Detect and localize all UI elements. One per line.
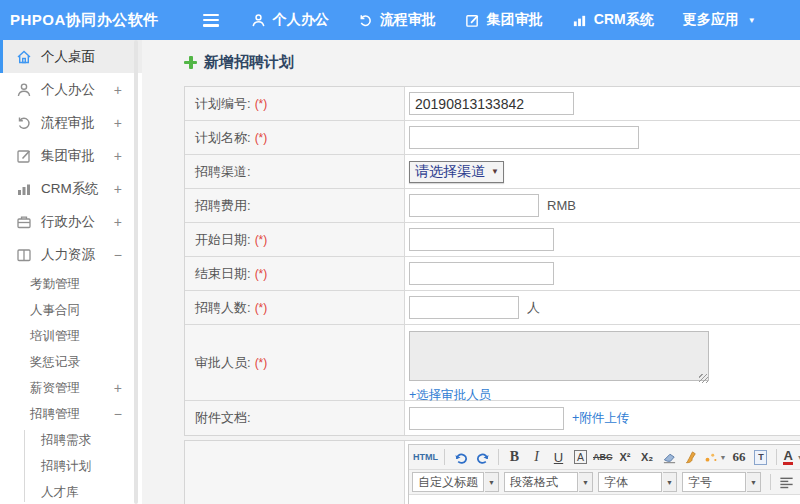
sidebar-item-label: 培训管理 (30, 328, 80, 345)
recruit-cost-input[interactable] (409, 194, 539, 217)
nav-label: CRM系统 (594, 11, 654, 29)
toolbar-separator (498, 449, 499, 465)
sidebar-item-admin-office[interactable]: 行政办公 + (0, 205, 142, 238)
redo-button[interactable] (472, 447, 493, 468)
toolbar-separator (770, 474, 771, 490)
attachment-input[interactable] (409, 407, 564, 430)
editor-label-cell (185, 441, 405, 504)
form-row-approvers: 审批人员: (*) +选择审批人员 (185, 325, 800, 401)
recruitment-plan-form: 计划编号: (*) 计划名称: (*) 招聘渠道: 请选择渠道 (184, 86, 800, 436)
subscript-button[interactable]: X₂ (637, 447, 658, 468)
strikethrough-button[interactable]: ABC (592, 447, 614, 468)
italic-button[interactable]: I (526, 447, 547, 468)
required-marker: (*) (255, 97, 268, 111)
expand-icon[interactable]: + (114, 115, 122, 131)
nav-crm-system[interactable]: CRM系统 (572, 11, 654, 29)
format-brush-icon[interactable] (681, 447, 702, 468)
sidebar-item-salary[interactable]: 薪资管理 + (0, 375, 142, 401)
font-size-dropdown[interactable]: 字号 (682, 472, 746, 492)
toolbar-separator (444, 449, 445, 465)
expand-icon[interactable]: + (114, 380, 122, 396)
field-label: 招聘人数: (195, 299, 251, 317)
caret-down-icon[interactable]: ▼ (579, 472, 593, 492)
expand-icon[interactable]: + (114, 181, 122, 197)
nav-group-approval[interactable]: 集团审批 (465, 11, 543, 29)
menu-toggle-icon[interactable] (203, 14, 221, 27)
collapse-icon[interactable]: − (114, 406, 122, 422)
expand-icon[interactable]: + (114, 148, 122, 164)
nav-more-apps[interactable]: 更多应用 ▼ (683, 11, 756, 29)
caret-down-icon[interactable]: ▼ (663, 472, 677, 492)
edit-square-icon (465, 13, 480, 28)
attachment-upload-link[interactable]: +附件上传 (572, 410, 629, 427)
expand-icon[interactable]: + (114, 82, 122, 98)
caret-down-icon: ▼ (491, 167, 499, 176)
sidebar-item-crm[interactable]: CRM系统 + (0, 172, 142, 205)
book-icon (16, 247, 32, 263)
form-row-channel: 招聘渠道: 请选择渠道 ▼ (185, 155, 800, 189)
paragraph-format-dropdown[interactable]: 段落格式 (504, 472, 578, 492)
editor-toolbar-row-1: HTML B I U A ABC X² X₂ ▼ 66 T (409, 445, 800, 470)
editor-content-area[interactable] (409, 495, 800, 504)
channel-select[interactable]: 请选择渠道 ▼ (409, 161, 504, 183)
field-label: 结束日期: (195, 265, 251, 283)
form-row-attachment: 附件文档: +附件上传 (185, 401, 800, 435)
bar-chart-icon (572, 13, 587, 28)
end-date-input[interactable] (409, 262, 554, 285)
sidebar-item-group-approval[interactable]: 集团审批 + (0, 139, 142, 172)
sidebar-item-recruitment[interactable]: 招聘管理 − (0, 401, 142, 427)
plan-name-input[interactable] (409, 126, 639, 149)
custom-title-dropdown[interactable]: 自定义标题 (412, 472, 484, 492)
approvers-textarea[interactable] (409, 331, 709, 381)
resize-grip[interactable] (699, 374, 708, 383)
start-date-input[interactable] (409, 228, 554, 251)
sidebar-item-personal-office[interactable]: 个人办公 + (0, 73, 142, 106)
sidebar-scrollbar[interactable] (134, 40, 138, 504)
sidebar-item-reward-punishment[interactable]: 奖惩记录 (0, 349, 142, 375)
blockquote-button[interactable]: 66 (728, 447, 749, 468)
undo-button[interactable] (450, 447, 471, 468)
sidebar-item-recruit-demand[interactable]: 招聘需求 (0, 427, 142, 453)
paste-button[interactable]: T (750, 447, 771, 468)
main-content: 新增招聘计划 计划编号: (*) 计划名称: (*) 招聘渠道: (142, 40, 800, 504)
briefcase-icon (16, 214, 32, 230)
html-source-button[interactable]: HTML (412, 447, 439, 468)
bar-chart-icon (16, 181, 32, 197)
sidebar-item-label: 招聘需求 (41, 432, 91, 449)
nav-personal-office[interactable]: 个人办公 (251, 11, 329, 29)
nav-workflow-approval[interactable]: 流程审批 (358, 11, 436, 29)
char-border-button[interactable]: A (570, 447, 591, 468)
eraser-icon[interactable] (659, 447, 680, 468)
sidebar-item-hr-contract[interactable]: 人事合同 (0, 297, 142, 323)
user-icon (251, 13, 266, 28)
align-left-button[interactable] (776, 472, 797, 493)
underline-button[interactable]: U (548, 447, 569, 468)
font-color-button[interactable]: A▼ (782, 447, 800, 468)
app-logo[interactable]: PHPOA协同办公软件 (10, 11, 159, 30)
sidebar-item-training[interactable]: 培训管理 (0, 323, 142, 349)
sidebar-item-attendance[interactable]: 考勤管理 (0, 271, 142, 297)
bold-button[interactable]: B (504, 447, 525, 468)
form-row-headcount: 招聘人数: (*) 人 (185, 291, 800, 325)
sidebar-item-workflow-approval[interactable]: 流程审批 + (0, 106, 142, 139)
required-marker: (*) (255, 131, 268, 145)
headcount-input[interactable] (409, 296, 519, 319)
sidebar-item-label: 人才库 (41, 484, 79, 501)
sidebar-item-recruit-plan[interactable]: 招聘计划 (0, 453, 142, 479)
form-row-cost: 招聘费用: RMB (185, 189, 800, 223)
font-family-dropdown[interactable]: 字体 (598, 472, 662, 492)
expand-icon[interactable]: + (114, 214, 122, 230)
sidebar-item-desktop[interactable]: 个人桌面 (0, 40, 142, 73)
field-label: 计划编号: (195, 95, 251, 113)
sidebar-item-hr[interactable]: 人力资源 − (0, 238, 142, 271)
magic-sparkle-button[interactable]: ▼ (703, 447, 728, 468)
collapse-icon[interactable]: − (114, 247, 122, 263)
sidebar-item-talent-pool[interactable]: 人才库 (0, 479, 142, 504)
plan-number-input[interactable] (409, 92, 574, 115)
superscript-button[interactable]: X² (615, 447, 636, 468)
caret-down-icon[interactable]: ▼ (747, 472, 761, 492)
sidebar-item-label: 个人办公 (41, 81, 95, 99)
caret-down-icon[interactable]: ▼ (485, 472, 499, 492)
field-label: 招聘费用: (195, 197, 251, 215)
form-row-start-date: 开始日期: (*) (185, 223, 800, 257)
